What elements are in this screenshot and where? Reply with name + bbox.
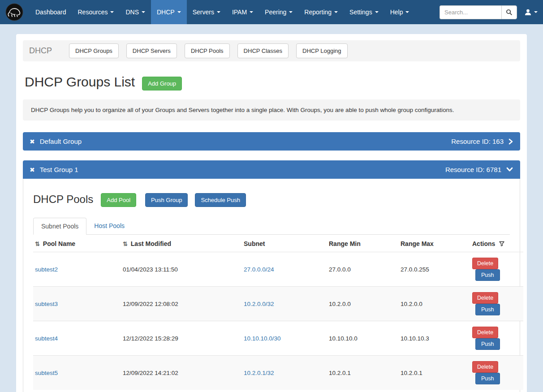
group-header-test-group-1[interactable]: ✖ Test Group 1 Resource ID: 6781 — [23, 160, 520, 179]
push-button[interactable]: Push — [475, 338, 500, 350]
last-modified-cell: 12/09/2022 14:21:02 — [121, 356, 242, 390]
table-row: subtest4 12/12/2022 15:28:29 10.10.10.0/… — [33, 321, 523, 356]
nav-item-dhcp[interactable]: DHCP — [151, 0, 187, 24]
col-header-range-min: Range Min — [327, 235, 399, 252]
user-menu[interactable] — [524, 9, 538, 16]
subnet-link[interactable]: 10.2.0.0/32 — [244, 301, 274, 307]
range-max-cell: 10.2.0.1 — [399, 356, 470, 390]
search-input[interactable] — [440, 5, 501, 19]
nav-item-label: Help — [390, 9, 403, 16]
main-content: DHCP DHCP Groups DHCP Servers DHCP Pools… — [16, 34, 527, 392]
caret-down-icon — [217, 11, 220, 13]
nav-item-label: Resources — [78, 9, 108, 16]
pool-name-link[interactable]: subtest3 — [35, 301, 58, 307]
range-min-cell: 10.2.0.1 — [327, 356, 399, 390]
subnav-dhcp-classes-button[interactable]: DHCP Classes — [237, 43, 289, 58]
subnav-dhcp-servers-button[interactable]: DHCP Servers — [126, 43, 177, 58]
caret-down-icon — [177, 11, 181, 13]
last-modified-cell: 12/09/2022 12:08:02 — [121, 287, 242, 321]
col-header-last-modified[interactable]: ⇅ Last Modified — [121, 235, 242, 252]
caret-down-icon — [289, 11, 293, 13]
nav-item-label: Servers — [193, 9, 214, 16]
subnet-link[interactable]: 27.0.0.0/24 — [244, 266, 274, 273]
nav-item-ipam[interactable]: IPAM — [226, 0, 259, 24]
subnet-pools-table: ⇅ Pool Name ⇅ Last Modified Subnet Range… — [33, 235, 523, 390]
sort-icon: ⇅ — [35, 241, 40, 247]
pools-header-row: DHCP Pools Add Pool Push Group Schedule … — [33, 191, 510, 207]
nav-item-label: IPAM — [232, 9, 247, 16]
search-button[interactable] — [501, 5, 517, 19]
caret-down-icon — [142, 11, 145, 13]
range-max-cell: 10.2.0.0 — [399, 287, 470, 321]
push-button[interactable]: Push — [475, 269, 500, 281]
range-max-cell: 10.10.10.3 — [399, 321, 470, 356]
table-row: subtest2 01/04/2023 13:11:50 27.0.0.0/24… — [33, 252, 523, 287]
table-row: subtest5 12/09/2022 14:21:02 10.2.0.1/32… — [33, 356, 523, 390]
subnav-dhcp-groups-button[interactable]: DHCP Groups — [69, 43, 119, 58]
subnet-link[interactable]: 10.10.10.0/30 — [244, 335, 281, 342]
chevron-down-icon[interactable] — [506, 167, 513, 172]
search-icon — [506, 9, 513, 16]
col-header-subnet: Subnet — [242, 235, 327, 252]
push-button[interactable]: Push — [475, 304, 500, 315]
delete-button[interactable]: Delete — [472, 327, 498, 338]
nav-item-label: DHCP — [157, 9, 175, 16]
col-header-label: Actions — [472, 240, 495, 247]
nav-item-peering[interactable]: Peering — [259, 0, 298, 24]
nav-item-help[interactable]: Help — [384, 0, 415, 24]
push-button[interactable]: Push — [475, 373, 500, 384]
add-group-button[interactable]: Add Group — [142, 77, 182, 90]
chevron-right-icon[interactable] — [508, 138, 513, 145]
col-header-label: Range Max — [401, 240, 434, 247]
table-header-row: ⇅ Pool Name ⇅ Last Modified Subnet Range… — [33, 235, 523, 252]
pool-name-link[interactable]: subtest4 — [35, 335, 58, 342]
schedule-push-button[interactable]: Schedule Push — [195, 193, 246, 207]
add-pool-button[interactable]: Add Pool — [101, 193, 136, 207]
pools-title: DHCP Pools — [33, 193, 93, 206]
col-header-pool-name[interactable]: ⇅ Pool Name — [33, 235, 121, 252]
close-icon[interactable]: ✖ — [30, 167, 35, 173]
nav-item-label: Reporting — [304, 9, 332, 16]
last-modified-cell: 01/04/2023 13:11:50 — [121, 252, 242, 287]
caret-down-icon — [534, 11, 538, 13]
caret-down-icon — [110, 11, 114, 13]
col-header-label: Range Min — [329, 240, 361, 247]
col-header-label: Last Modified — [131, 240, 171, 247]
nav-item-reporting[interactable]: Reporting — [298, 0, 344, 24]
delete-button[interactable]: Delete — [472, 258, 498, 269]
tab-host-pools[interactable]: Host Pools — [86, 218, 132, 235]
subnet-link[interactable]: 10.2.0.1/32 — [244, 370, 274, 376]
nav-item-dashboard[interactable]: Dashboard — [30, 0, 72, 24]
delete-button[interactable]: Delete — [472, 292, 498, 304]
pools-tabs: Subnet Pools Host Pools — [33, 218, 510, 235]
page-title-row: DHCP Groups List Add Group — [25, 73, 518, 90]
nav-item-label: Dashboard — [35, 9, 66, 16]
nav-item-settings[interactable]: Settings — [344, 0, 384, 24]
range-min-cell: 27.0.0.0 — [327, 252, 399, 287]
resource-id-label: Resource ID: 6781 — [445, 166, 501, 173]
range-min-cell: 10.10.10.0 — [327, 321, 399, 356]
resource-id-label: Resource ID: 163 — [451, 138, 504, 145]
pool-name-link[interactable]: subtest2 — [35, 266, 58, 273]
user-icon — [524, 9, 532, 16]
nav-item-dns[interactable]: DNS — [120, 0, 151, 24]
group-panel-default-group: ✖ Default Group Resource ID: 163 — [23, 132, 520, 151]
nav-item-label: Peering — [265, 9, 286, 16]
pool-name-link[interactable]: subtest5 — [35, 370, 58, 376]
push-group-button[interactable]: Push Group — [145, 193, 188, 207]
close-icon[interactable]: ✖ — [30, 138, 35, 145]
col-header-actions[interactable]: Actions — [470, 235, 523, 252]
subnav-dhcp-pools-button[interactable]: DHCP Pools — [185, 43, 230, 58]
nav-item-resources[interactable]: Resources — [72, 0, 120, 24]
nav-item-servers[interactable]: Servers — [187, 0, 226, 24]
group-name: Default Group — [40, 138, 82, 145]
subnav-dhcp-logging-button[interactable]: DHCP Logging — [296, 43, 347, 58]
app-logo[interactable] — [5, 0, 23, 24]
group-header-default-group[interactable]: ✖ Default Group Resource ID: 163 — [23, 132, 520, 151]
filter-icon[interactable] — [499, 241, 504, 246]
col-header-label: Subnet — [244, 240, 265, 247]
tab-subnet-pools[interactable]: Subnet Pools — [33, 218, 86, 235]
nav-item-label: DNS — [125, 9, 139, 16]
delete-button[interactable]: Delete — [472, 361, 498, 373]
page-title: DHCP Groups List — [25, 74, 135, 90]
